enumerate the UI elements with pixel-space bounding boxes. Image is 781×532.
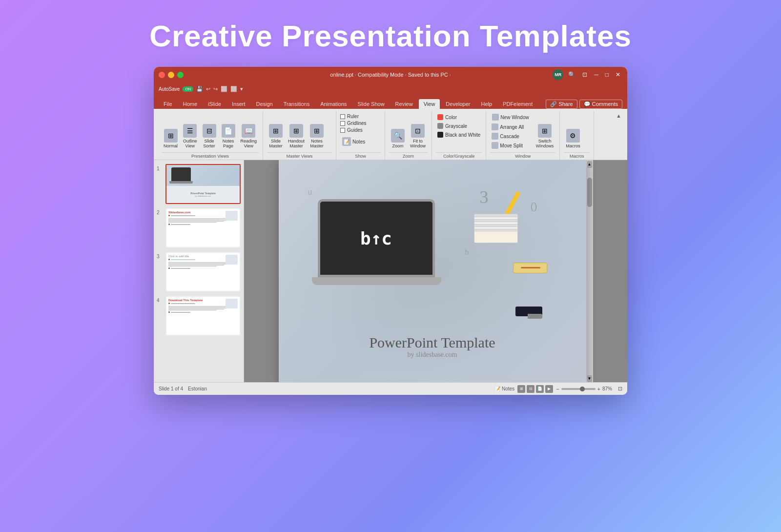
normal-button[interactable]: ⊞ Normal — [162, 128, 180, 149]
autosave-toggle[interactable]: ON — [183, 86, 193, 92]
notes-master-label: NotesMaster — [310, 139, 324, 148]
new-window-button[interactable]: New Window — [490, 113, 531, 122]
macros-group-label: Macros — [564, 152, 590, 160]
laptop-screen-text: b↑c — [360, 228, 392, 248]
move-split-button[interactable]: Move Split — [490, 142, 531, 149]
zoom-slider[interactable] — [561, 388, 596, 390]
reading-view-button[interactable]: 📖 ReadingView — [239, 123, 259, 149]
close-button[interactable] — [159, 72, 165, 78]
color-label: Color — [445, 115, 457, 120]
handout-master-icon: ⊞ — [289, 124, 303, 138]
reading-view-icon: 📖 — [242, 124, 255, 138]
window-minimize-icon[interactable]: ─ — [592, 71, 600, 78]
slide-4-number: 4 — [157, 298, 163, 303]
qa-extra-2[interactable]: ⬜ — [230, 86, 237, 92]
slide-thumb-2[interactable]: 2 Slidesbase.com — [157, 208, 241, 248]
ribbon: ⊞ Normal ☰ OutlineView ⊟ SlideSorter 📄 N… — [154, 109, 627, 160]
notes-page-button[interactable]: 📄 NotesPage — [220, 123, 237, 149]
tab-help[interactable]: Help — [476, 99, 497, 109]
save-icon[interactable]: 💾 — [196, 86, 203, 92]
page-title: Creative Presentation Templates — [149, 19, 632, 53]
black-white-button[interactable]: Black and White — [436, 131, 482, 138]
tab-file[interactable]: File — [159, 99, 177, 109]
redo-icon[interactable]: ↪ — [213, 86, 218, 92]
ribbon-collapse[interactable]: ▲ — [614, 111, 623, 121]
tab-design[interactable]: Design — [251, 99, 278, 109]
slide-thumb-1[interactable]: 1 PowerPoint Template by slidesbase.com — [157, 164, 241, 204]
guides-label: Guides — [347, 127, 363, 133]
grayscale-label: Grayscale — [445, 123, 467, 129]
maximize-button[interactable] — [177, 72, 184, 78]
title-bar: online.ppt · Compatibility Mode · Saved … — [154, 67, 627, 82]
ruler-checkbox-item[interactable]: Ruler — [340, 114, 359, 119]
notes-master-button[interactable]: ⊞ NotesMaster — [308, 123, 326, 149]
grayscale-button[interactable]: Grayscale — [436, 123, 469, 129]
move-split-icon — [492, 142, 498, 149]
scrollbar-thumb[interactable] — [587, 178, 592, 207]
handout-master-button[interactable]: ⊞ HandoutMaster — [286, 123, 307, 149]
slide-thumb-4[interactable]: 4 Download This Template — [157, 296, 241, 336]
slide-thumb-3[interactable]: 3 Click to add title — [157, 252, 241, 292]
guides-checkbox-item[interactable]: Guides — [340, 127, 363, 133]
zoom-icon: 🔍 — [391, 129, 405, 143]
slideshow-view-icon[interactable]: ▶ — [545, 385, 553, 393]
normal-view-icon[interactable]: ⊞ — [517, 385, 525, 393]
normal-label: Normal — [164, 143, 178, 148]
tab-transitions[interactable]: Transitions — [279, 99, 314, 109]
slide-info: Slide 1 of 4 — [159, 386, 183, 391]
outline-view-label: OutlineView — [183, 139, 197, 148]
notes-button[interactable]: 📝 Notes — [340, 136, 367, 147]
qa-dropdown[interactable]: ▾ — [240, 86, 243, 92]
switch-windows-button[interactable]: ⊞ SwitchWindows — [534, 123, 556, 149]
window-maximize-icon[interactable]: □ — [603, 71, 611, 78]
gridlines-checkbox-item[interactable]: Gridlines — [340, 121, 366, 126]
undo-icon[interactable]: ↩ — [206, 86, 210, 92]
slide-master-button[interactable]: ⊞ SlideMaster — [267, 123, 285, 149]
notes-icon: 📝 — [342, 137, 351, 146]
zoom-button[interactable]: 🔍 Zoom — [389, 128, 407, 149]
slide-2-number: 2 — [157, 210, 163, 215]
slide-2-thumbnail[interactable]: Slidesbase.com — [165, 208, 241, 248]
tab-review[interactable]: Review — [390, 99, 418, 109]
tab-animations[interactable]: Animations — [315, 99, 351, 109]
slide-3-number: 3 — [157, 254, 163, 259]
restore-icon[interactable]: ⊡ — [580, 71, 589, 78]
minimize-button[interactable] — [168, 72, 174, 78]
canvas-area: b↑c — [244, 160, 627, 382]
share-button[interactable]: 🔗 Share — [546, 100, 577, 109]
view-icons: ⊞ ⊟ 📄 ▶ — [517, 385, 553, 393]
macros-button[interactable]: ⚙ Macros — [564, 128, 582, 149]
zoom-fit-icon[interactable]: ⊡ — [618, 386, 622, 392]
cascade-button[interactable]: Cascade — [490, 132, 531, 140]
tab-pdfelement[interactable]: PDFelement — [498, 99, 537, 109]
window-close-icon[interactable]: ✕ — [614, 71, 622, 78]
vertical-scrollbar[interactable]: ▲ ▼ — [586, 160, 593, 382]
notes-status-icon: 📝 — [494, 386, 500, 391]
slide-1-thumbnail[interactable]: PowerPoint Template by slidesbase.com — [165, 164, 241, 204]
zoom-out-icon[interactable]: − — [556, 386, 559, 392]
tab-slideshow[interactable]: Slide Show — [353, 99, 390, 109]
slide-1-number: 1 — [157, 166, 163, 171]
show-group: Ruler Gridlines Guides 📝 Notes Show — [336, 111, 385, 160]
color-button[interactable]: Color — [436, 114, 458, 121]
tab-islide[interactable]: iSlide — [203, 99, 226, 109]
slide-3-thumbnail[interactable]: Click to add title — [165, 252, 241, 292]
slide-sorter-view-icon[interactable]: ⊟ — [527, 385, 534, 393]
zoom-in-icon[interactable]: + — [597, 386, 600, 392]
outline-view-button[interactable]: ☰ OutlineView — [181, 123, 199, 149]
slide-4-thumbnail[interactable]: Download This Template — [165, 296, 241, 336]
slide-sorter-button[interactable]: ⊟ SlideSorter — [201, 123, 218, 149]
tab-home[interactable]: Home — [178, 99, 202, 109]
tab-insert[interactable]: Insert — [227, 99, 250, 109]
powerpoint-window: online.ppt · Compatibility Mode · Saved … — [154, 67, 627, 395]
qa-extra-1[interactable]: ⬜ — [221, 86, 227, 92]
comments-button[interactable]: 💬 Comments — [579, 100, 622, 109]
arrange-all-button[interactable]: Arrange All — [490, 123, 531, 131]
tab-view[interactable]: View — [419, 99, 440, 109]
search-icon[interactable]: 🔍 — [566, 71, 577, 78]
reading-view-icon[interactable]: 📄 — [536, 385, 544, 393]
fit-to-window-button[interactable]: ⊡ Fit toWindow — [408, 123, 428, 149]
notes-status-button[interactable]: 📝 Notes — [494, 386, 514, 391]
tab-developer[interactable]: Developer — [441, 99, 475, 109]
macros-label: Macros — [566, 143, 580, 148]
